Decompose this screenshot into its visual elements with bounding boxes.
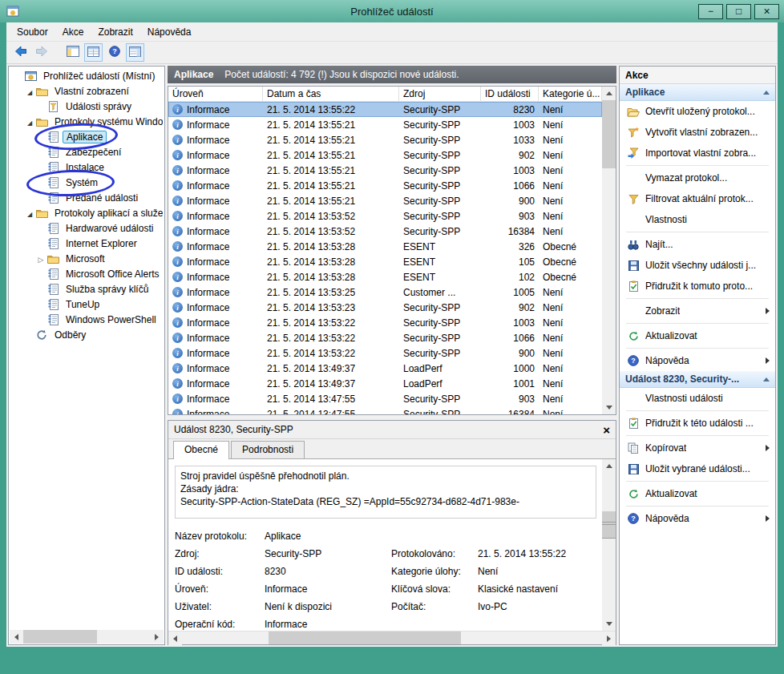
scroll-track[interactable] [23,630,150,644]
action-najít[interactable]: Najít... [620,234,775,255]
expander-icon[interactable] [36,253,46,264]
scroll-thumb[interactable] [23,630,97,644]
tree-node-zabezpečení[interactable]: Zabezpečení [10,144,163,159]
show-action-pane-button[interactable] [126,43,144,62]
action-filtrovat-aktuální-protok[interactable]: Filtrovat aktuální protok... [620,188,775,209]
scroll-up-arrow[interactable] [602,87,616,100]
titlebar[interactable]: Prohlížeč událostí [0,0,784,22]
scroll-thumb[interactable] [602,100,616,168]
tree-node-události-správy[interactable]: Události správy [10,99,163,114]
action-vymazat-protokol[interactable]: Vymazat protokol... [620,167,775,188]
event-row[interactable]: iInformace21. 5. 2014 13:47:55Security-S… [168,391,602,406]
event-row[interactable]: iInformace21. 5. 2014 13:55:22Security-S… [168,102,602,117]
scroll-right-arrow[interactable] [150,630,164,644]
event-row[interactable]: iInformace21. 5. 2014 13:53:52Security-S… [168,208,602,224]
scroll-down-arrow[interactable] [602,617,616,631]
tree-node-protokoly-aplikací-a-služeb[interactable]: Protokoly aplikací a služeb [10,205,163,220]
column-header-id-události[interactable]: ID události [481,87,539,101]
tree-node-vlastní-zobrazení[interactable]: Vlastní zobrazení [10,83,163,99]
scroll-track[interactable] [602,473,616,617]
tree-node-microsoft-office-alerts[interactable]: Microsoft Office Alerts [10,266,163,281]
scroll-left-arrow[interactable] [10,630,23,644]
scroll-track[interactable] [602,100,616,401]
event-row[interactable]: iInformace21. 5. 2014 13:55:21Security-S… [168,178,602,193]
action-vlastnosti-události[interactable]: Vlastnosti události [620,388,775,409]
event-row[interactable]: iInformace21. 5. 2014 13:53:22Security-S… [168,315,602,330]
event-row[interactable]: iInformace21. 5. 2014 13:55:21Security-S… [168,163,602,178]
scroll-thumb[interactable] [602,511,616,539]
action-section-header-aplikace[interactable]: Aplikace [620,84,775,101]
event-row[interactable]: iInformace21. 5. 2014 13:49:37LoadPerf10… [168,361,602,376]
tree-node-aplikace[interactable]: Aplikace [10,129,163,144]
scroll-track[interactable] [182,632,602,644]
tree-node-prohlížeč-událostí-místní[interactable]: Prohlížeč událostí (Místní) [10,68,163,83]
action-přidružit-k-tomuto-proto[interactable]: Přidružit k tomuto proto... [620,276,775,297]
tree-node-služba-správy-klíčů[interactable]: Služba správy klíčů [10,281,163,297]
action-uložit-vybrané-události[interactable]: Uložit vybrané události... [620,458,775,479]
tree-node-odběry[interactable]: Odběry [10,327,163,342]
close-detail-button[interactable] [603,424,610,436]
action-aktualizovat[interactable]: Aktualizovat [620,483,775,504]
tree-node-předané-události[interactable]: Předané události [10,190,163,205]
event-row[interactable]: iInformace21. 5. 2014 13:53:23Security-S… [168,300,602,315]
tree-node-tuneup[interactable]: TuneUp [10,297,163,312]
close-button[interactable] [754,4,779,19]
tree-horizontal-scrollbar[interactable] [10,630,164,644]
event-row[interactable]: iInformace21. 5. 2014 13:53:22Security-S… [168,345,602,361]
collapse-chevron-icon[interactable] [763,377,770,381]
minimize-button[interactable] [698,4,723,19]
action-zobrazit[interactable]: Zobrazit [620,301,775,321]
event-list-vertical-scrollbar[interactable] [602,87,616,414]
action-nápověda[interactable]: ?Nápověda [620,350,775,371]
column-header-kategorie-ú[interactable]: Kategorie ú... [539,87,602,101]
tree-node-internet-explorer[interactable]: Internet Explorer [10,236,163,251]
console-window-button[interactable] [63,43,82,62]
event-row[interactable]: iInformace21. 5. 2014 13:53:22Security-S… [168,330,602,345]
column-header-datum-a-čas[interactable]: Datum a čas [263,87,399,101]
action-otevřít-uložený-protokol[interactable]: Otevřít uložený protokol... [620,101,775,122]
tree-node-systém[interactable]: Systém [10,175,163,190]
event-row[interactable]: iInformace21. 5. 2014 13:49:37LoadPerf10… [168,376,602,391]
event-row[interactable]: iInformace21. 5. 2014 13:53:25Customer .… [168,285,602,300]
tree-node-instalace[interactable]: Instalace [10,159,163,175]
action-vytvořit-vlastní-zobrazen[interactable]: Vytvořit vlastní zobrazen... [620,122,775,143]
tree-node-microsoft[interactable]: Microsoft [10,251,163,266]
scroll-down-arrow[interactable] [602,401,616,414]
action-nápověda[interactable]: ?Nápověda [620,508,775,529]
detail-vertical-scrollbar[interactable] [602,459,616,631]
action-přidružit-k-této-události[interactable]: Přidružit k této události ... [620,413,775,434]
tree-node-protokoly-systému-windows[interactable]: Protokoly systému Windows [10,114,163,129]
event-row[interactable]: iInformace21. 5. 2014 13:55:21Security-S… [168,193,602,208]
back-button[interactable] [11,43,30,62]
action-aktualizovat[interactable]: Aktualizovat [620,325,775,346]
menu-akce[interactable]: Akce [55,22,91,42]
menu-soubor[interactable]: Soubor [10,22,55,42]
event-row[interactable]: iInformace21. 5. 2014 13:53:28ESENT105Ob… [168,254,602,269]
column-header-úroveň[interactable]: Úroveň [168,87,263,101]
scroll-right-arrow[interactable] [602,632,616,645]
tree-node-windows-powershell[interactable]: Windows PowerShell [10,312,163,327]
tab-podrobnosti[interactable]: Podrobnosti [231,441,305,458]
scroll-up-arrow[interactable] [602,459,616,473]
expander-icon[interactable] [25,116,34,127]
help-button[interactable]: ? [105,43,123,62]
scroll-thumb[interactable] [269,632,461,644]
menu-nápověda[interactable]: Nápověda [140,22,199,42]
action-section-header-událost-8230-security[interactable]: Událost 8230, Security-... [620,371,775,388]
event-row[interactable]: iInformace21. 5. 2014 13:53:52Security-S… [168,224,602,239]
detail-horizontal-scrollbar[interactable] [168,631,616,644]
tab-obecné[interactable]: Obecné [173,441,229,459]
event-row[interactable]: iInformace21. 5. 2014 13:47:55Security-S… [168,406,602,414]
column-header-zdroj[interactable]: Zdroj [399,87,481,101]
event-row[interactable]: iInformace21. 5. 2014 13:53:28ESENT102Ob… [168,269,602,285]
event-row[interactable]: iInformace21. 5. 2014 13:55:21Security-S… [168,132,602,147]
action-uložit-všechny-události-j[interactable]: Uložit všechny události j... [620,255,775,276]
event-description-box[interactable]: Stroj pravidel úspěšně přehodnotil plán.… [175,466,596,519]
maximize-button[interactable] [726,4,751,19]
event-row[interactable]: iInformace21. 5. 2014 13:55:21Security-S… [168,147,602,163]
show-console-tree-button[interactable] [84,43,103,62]
expander-icon[interactable] [25,86,34,97]
action-kopírovat[interactable]: Kopírovat [620,438,775,458]
tree-node-hardwarové-události[interactable]: Hardwarové události [10,220,163,236]
expander-icon[interactable] [25,208,34,219]
